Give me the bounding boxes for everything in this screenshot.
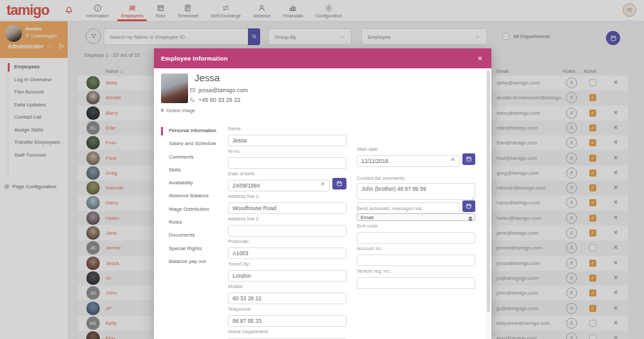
date-of-birth-input[interactable] [228,180,330,191]
modal-menu-item-label: Balance pay out [169,258,205,264]
select-stepper-icon [468,215,473,223]
modal-menu-item[interactable]: Roles [169,219,225,226]
start-date-input[interactable] [357,155,460,167]
modal-employee-phone-row: +45 60 33 28 22 [189,97,240,103]
sort-code-input[interactable] [357,232,475,244]
modal-header: Employee Information [154,48,491,68]
clear-date-icon[interactable] [321,178,325,189]
field-address-line-1: Address line 1: [228,193,346,214]
postcode-input[interactable] [228,247,346,259]
modal-menu-item[interactable]: Special Rights [169,246,225,253]
account-no-input[interactable] [357,255,475,266]
modal-menu-item-label: Wage Distribution [169,206,209,212]
modal-menu-item-label: Absence Balance [169,193,209,199]
modal-employee-email-row: jessa@tamigo.com [189,87,248,93]
modal-title: Employee Information [161,48,228,68]
modal-menu-item-label: Comments [169,154,194,160]
field-postcode: Postcode: [228,238,346,259]
modal-menu-item-label: Skills [169,167,181,173]
field-send-messages-via: Send automatic messages via: Email [357,206,475,221]
field-vehicle-reg-no: Vehicle reg. no.: [357,268,475,289]
calendar-button[interactable] [462,153,475,165]
modal-menu-item-label: Personal Information [169,128,216,133]
modal-menu-item[interactable]: Personal Information [169,128,225,135]
vehicle-reg-input[interactable] [357,277,475,289]
modal-employee-name: Jessa [194,72,220,83]
telephone-input[interactable] [228,315,346,327]
ni-no-input[interactable] [228,157,346,169]
town-city-input[interactable] [228,270,346,282]
calendar-icon [466,156,472,162]
modal-menu-item[interactable]: Balance pay out [169,258,225,266]
field-home-department: Home Department: [228,329,346,339]
envelope-icon [189,87,196,93]
modal-menu-item[interactable]: Absence Balance [169,193,225,200]
modal-menu-item-label: Availability [169,180,193,186]
mobile-input[interactable] [228,293,346,304]
modal-menu-item-label: Documents [169,232,194,238]
address-line-2-input[interactable] [228,225,346,237]
field-contact-list-comments: Contact list comments: John (brother) 48… [357,175,475,202]
modal-scrollbar-thumb[interactable] [487,70,490,312]
modal-menu-item[interactable]: Comments [169,154,225,161]
modal-menu-item[interactable]: Availability [169,180,225,187]
modal-menu-item-label: Special Rights [169,246,202,251]
field-ni-no: NI no. [228,148,346,169]
calendar-button[interactable] [332,178,346,189]
field-sort-code: Sort code: [357,223,475,244]
clear-date-icon[interactable] [451,153,455,165]
modal-menu-item-label: Salary and Schedule [169,140,216,146]
field-start-date: Start date [357,146,475,167]
modal-menu-item[interactable]: Documents [169,232,225,239]
field-date-of-birth: Date of birth: [228,171,346,191]
close-icon[interactable] [477,48,482,68]
contact-comments-textarea[interactable]: John (brother) 48 87 99 99 [357,183,475,200]
modal-menu-item[interactable]: Salary and Schedule [169,140,225,148]
address-line-1-input[interactable] [228,202,346,214]
phone-icon [189,97,196,103]
modal-menu-item-label: Roles [169,219,182,225]
field-town-city: Town/City: [228,261,346,282]
name-input[interactable] [228,135,346,146]
modal-menu-item[interactable]: Skills [169,167,225,174]
modal-menu: Personal Information Salary and Schedule… [169,128,225,266]
field-mobile: Mobile: [228,284,346,304]
field-telephone: Telephone: [228,306,346,327]
send-via-select[interactable]: Email [357,213,475,221]
close-icon [160,107,164,114]
modal-menu-item[interactable]: Wage Distribution [169,206,225,213]
field-name: Name: [228,126,346,146]
calendar-icon [336,180,343,187]
field-address-line-2: Address line 2: [228,216,346,237]
employee-information-modal: Employee Information Jessa jessa@tamigo.… [154,48,491,339]
field-account-no: Account no.: [357,246,475,266]
delete-image-button[interactable]: Delete image [160,107,195,114]
employee-photo [161,73,188,103]
